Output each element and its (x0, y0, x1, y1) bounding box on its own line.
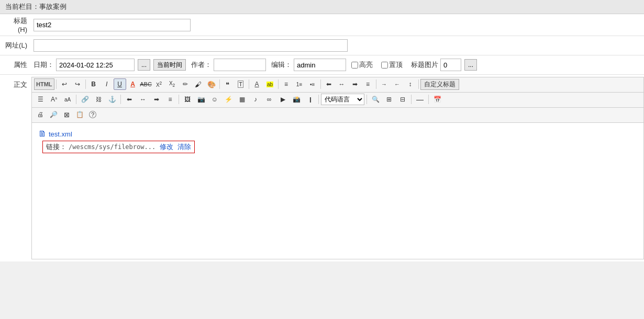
pad-center-icon: ↔ (140, 96, 146, 103)
colorpicker-btn[interactable]: 🎨 (205, 78, 218, 90)
hr-btn[interactable]: — (414, 94, 426, 105)
help-btn[interactable]: ? (86, 109, 99, 120)
link-btn[interactable]: 🔗 (79, 94, 91, 105)
editor-input[interactable] (294, 59, 346, 71)
font-color-btn[interactable]: A (127, 78, 139, 90)
indent-less-btn[interactable]: ← (391, 78, 404, 90)
editor-label: 编辑： (271, 60, 292, 70)
table-btn[interactable]: ▦ (236, 94, 248, 105)
sep4 (249, 79, 249, 89)
char-spacing-btn[interactable]: Aˢ (48, 94, 60, 105)
highlight-group: 高亮 (351, 60, 373, 70)
eraser-btn[interactable]: ✏ (179, 78, 192, 90)
barcode2-btn[interactable]: ⊞ (383, 94, 395, 105)
textbox-btn[interactable]: T (235, 78, 247, 90)
image2-btn[interactable]: 📷 (195, 94, 207, 105)
paste-btn[interactable]: 📋 (73, 109, 86, 120)
pad-center-btn[interactable]: ↔ (137, 94, 149, 105)
calendar-btn[interactable]: 📅 (431, 94, 443, 105)
custom-label-btn[interactable]: 自定义标题 (420, 79, 459, 90)
flash-btn[interactable]: ⚡ (222, 94, 235, 105)
underline-btn[interactable]: U (114, 78, 126, 90)
file-link[interactable]: 🗎 test.xml (38, 129, 72, 139)
toolbar-row-3: 🖨 🔎 ⊠ 📋 ? (32, 108, 643, 123)
img-browse-btn[interactable]: ... (464, 59, 477, 71)
bold-btn[interactable]: B (87, 78, 100, 90)
find2-btn[interactable]: ⊠ (60, 109, 73, 120)
arrows-icon: ↕ (409, 81, 412, 88)
html-btn[interactable]: HTML (34, 78, 54, 90)
music-btn[interactable]: ♪ (249, 94, 262, 105)
subscript-btn[interactable]: X2 (166, 78, 179, 90)
paint-btn[interactable]: 🖌 (192, 78, 205, 90)
font-color2-btn[interactable]: A (251, 78, 263, 90)
edit-action[interactable]: 修改 (160, 142, 173, 152)
highlight-checkbox[interactable] (351, 62, 358, 69)
date-browse-btn[interactable]: ... (138, 59, 150, 71)
hr-icon: — (416, 95, 424, 104)
media-btn[interactable]: ▶ (276, 94, 289, 105)
screenshot2-btn[interactable]: ⊟ (396, 94, 409, 105)
flash-icon: ⚡ (225, 96, 232, 103)
highlight-checkbox-label[interactable]: 高亮 (351, 60, 373, 70)
hyperlink-icon: ∞ (267, 96, 272, 103)
image-btn[interactable]: 🖼 (181, 94, 194, 105)
music-icon: ♪ (254, 96, 257, 103)
pad-left-btn[interactable]: ⬅ (123, 94, 136, 105)
hyperlink-btn[interactable]: ∞ (263, 94, 275, 105)
editor-body[interactable]: 🗎 test.xml 链接： /wescms/sys/filebrow... 修… (32, 123, 643, 259)
line-height-btn[interactable]: ≡ (280, 78, 293, 90)
barcode-btn[interactable]: ||| (304, 94, 316, 105)
unlink-icon: ⛓ (96, 96, 102, 102)
align-left-btn[interactable]: ⬅ (323, 78, 335, 90)
strikethrough-btn[interactable]: ABC (140, 78, 152, 90)
delete-action[interactable]: 清除 (177, 142, 191, 152)
image-icon: 🖼 (184, 96, 191, 103)
unlink-btn[interactable]: ⛓ (92, 94, 105, 105)
print-icon: 🖨 (37, 111, 43, 118)
quote-btn[interactable]: ❝ (221, 78, 234, 90)
anchor-btn[interactable]: ⚓ (106, 94, 118, 105)
img-input[interactable] (440, 59, 461, 71)
align-all-icon: ☰ (38, 96, 43, 103)
font-color-icon: A (130, 81, 135, 88)
undo-btn[interactable] (58, 78, 71, 90)
url-input[interactable] (34, 39, 348, 52)
list-ol-btn[interactable]: 1≡ (293, 78, 306, 90)
align-left-icon: ⬅ (326, 81, 331, 88)
align-justify-btn[interactable]: ≡ (362, 78, 374, 90)
find-btn[interactable]: 🔍 (369, 94, 382, 105)
top-checkbox-label[interactable]: 置顶 (381, 60, 403, 70)
quote-icon: ❝ (226, 81, 229, 88)
screenshot-btn[interactable]: 📸 (290, 94, 303, 105)
link-value: /wescms/sys/filebrow... (69, 143, 156, 151)
author-input[interactable] (214, 59, 266, 71)
image2-icon: 📷 (197, 96, 205, 103)
pad-right-btn[interactable]: ➡ (150, 94, 163, 105)
print-btn[interactable]: 🖨 (34, 109, 47, 120)
current-time-btn[interactable]: 当前时间 (153, 59, 186, 71)
title-input[interactable] (34, 19, 191, 31)
link-label: 链接： (46, 142, 66, 152)
italic-btn[interactable]: I (101, 78, 113, 90)
sep2 (85, 79, 86, 89)
top-checkbox[interactable] (381, 62, 388, 69)
indent-more-btn[interactable]: → (378, 78, 391, 90)
char-smaller-btn[interactable]: aA (61, 94, 74, 105)
screenshot-icon: 📸 (293, 96, 301, 103)
pad-justify-btn[interactable]: ≡ (164, 94, 176, 105)
zoom-btn[interactable]: 🔎 (47, 109, 60, 120)
list-ul-btn[interactable]: •≡ (306, 78, 319, 90)
list-ul-icon: •≡ (310, 82, 315, 87)
align-all-btn[interactable]: ☰ (34, 94, 47, 105)
align-center-btn[interactable]: ↔ (336, 78, 348, 90)
form-area: 标题(H) 网址(L) 属性 日期： ... 当前时间 作者： 编辑： 高亮 (0, 14, 644, 261)
redo-btn[interactable] (71, 78, 84, 90)
highlight-tb-btn[interactable]: ab (264, 78, 276, 90)
date-input[interactable] (56, 59, 135, 71)
code-lang-select[interactable]: 代码语言 JavaScript Python Java HTML CSS (321, 94, 364, 105)
superscript-btn[interactable]: X2 (153, 78, 165, 90)
emoji-btn[interactable]: ☺ (208, 94, 221, 105)
align-right-btn[interactable]: ➡ (349, 78, 361, 90)
arrows-btn[interactable]: ↕ (404, 78, 417, 90)
